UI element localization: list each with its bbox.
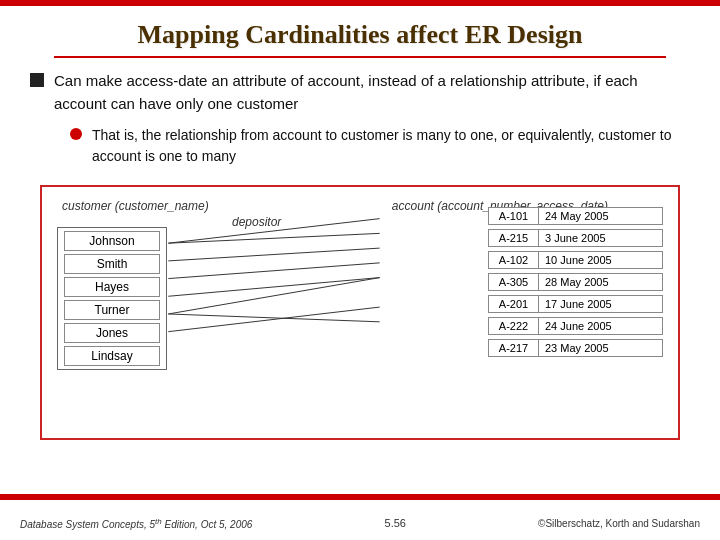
table-row: A-305 28 May 2005 xyxy=(488,273,663,291)
account-number: A-201 xyxy=(489,296,539,312)
account-number: A-215 xyxy=(489,230,539,246)
svg-line-6 xyxy=(168,314,379,322)
account-date: 17 June 2005 xyxy=(539,296,618,312)
table-row: A-222 24 June 2005 xyxy=(488,317,663,335)
sub-bullet-text: That is, the relationship from account t… xyxy=(92,125,690,167)
account-date: 24 May 2005 xyxy=(539,208,615,224)
list-item: Smith xyxy=(64,254,160,274)
list-item: Jones xyxy=(64,323,160,343)
depositor-label: depositor xyxy=(232,215,281,229)
title-rule xyxy=(54,56,666,58)
top-border xyxy=(0,0,720,6)
sub-bullet: That is, the relationship from account t… xyxy=(70,125,690,167)
account-number: A-217 xyxy=(489,340,539,356)
account-date: 23 May 2005 xyxy=(539,340,615,356)
account-number: A-305 xyxy=(489,274,539,290)
main-bullet: Can make access-date an attribute of acc… xyxy=(30,70,690,115)
footer-copyright: ©Silberschatz, Korth and Sudarshan xyxy=(538,518,700,529)
svg-line-1 xyxy=(168,233,379,243)
table-row: A-101 24 May 2005 xyxy=(488,207,663,225)
account-number: A-222 xyxy=(489,318,539,334)
bullet-circle-icon xyxy=(70,128,82,140)
footer: Database System Concepts, 5th Edition, O… xyxy=(20,517,700,530)
list-item: Turner xyxy=(64,300,160,320)
account-date: 28 May 2005 xyxy=(539,274,615,290)
slide-title: Mapping Cardinalities affect ER Design xyxy=(20,20,700,50)
table-row: A-215 3 June 2005 xyxy=(488,229,663,247)
table-row: A-217 23 May 2005 xyxy=(488,339,663,357)
bottom-border xyxy=(0,494,720,500)
account-date: 3 June 2005 xyxy=(539,230,612,246)
list-item: Johnson xyxy=(64,231,160,251)
svg-line-7 xyxy=(168,307,379,332)
svg-line-3 xyxy=(168,263,379,279)
account-number: A-101 xyxy=(489,208,539,224)
account-number: A-102 xyxy=(489,252,539,268)
list-item: Hayes xyxy=(64,277,160,297)
account-date: 10 June 2005 xyxy=(539,252,618,268)
table-row: A-102 10 June 2005 xyxy=(488,251,663,269)
content-area: Can make access-date an attribute of acc… xyxy=(30,70,690,175)
customers-box: Johnson Smith Hayes Turner Jones Lindsay xyxy=(57,227,167,370)
svg-line-2 xyxy=(168,248,379,261)
customer-label: customer (customer_name) xyxy=(62,199,209,213)
title-area: Mapping Cardinalities affect ER Design xyxy=(0,10,720,68)
diagram-inner: customer (customer_name) account (accoun… xyxy=(52,197,668,428)
account-date: 24 June 2005 xyxy=(539,318,618,334)
footer-citation: Database System Concepts, 5th Edition, O… xyxy=(20,517,252,530)
bullet-square-icon xyxy=(30,73,44,87)
table-row: A-201 17 June 2005 xyxy=(488,295,663,313)
main-bullet-text: Can make access-date an attribute of acc… xyxy=(54,70,690,115)
svg-line-5 xyxy=(168,278,379,314)
slide: Mapping Cardinalities affect ER Design C… xyxy=(0,0,720,540)
footer-page: 5.56 xyxy=(385,517,406,529)
accounts-box: A-101 24 May 2005 A-215 3 June 2005 A-10… xyxy=(488,207,663,361)
diagram-container: customer (customer_name) account (accoun… xyxy=(40,185,680,440)
list-item: Lindsay xyxy=(64,346,160,366)
svg-line-4 xyxy=(168,278,379,297)
